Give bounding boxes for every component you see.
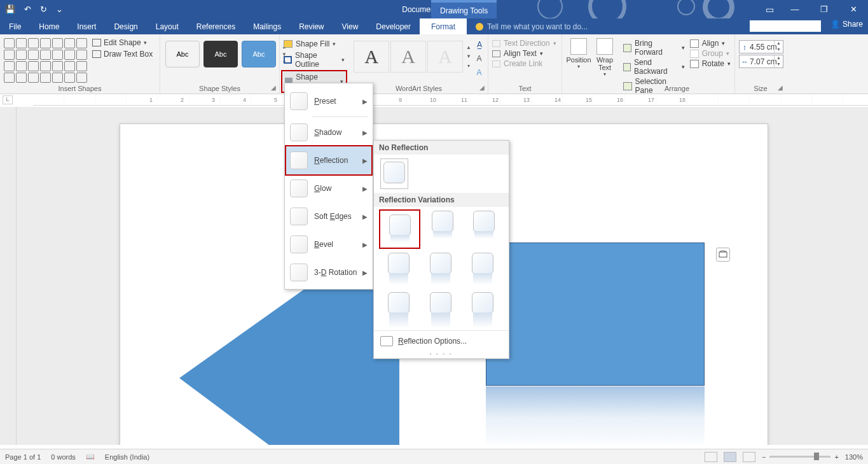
fx-glow[interactable]: Glow ▶ — [286, 174, 371, 202]
fx-preset[interactable]: Preset ▶ — [286, 86, 371, 115]
share-button[interactable]: 👤 Share — [830, 20, 863, 29]
window-controls: ▭ — ❐ ✕ — [759, 0, 868, 18]
fx-shadow[interactable]: Shadow ▶ — [286, 118, 371, 146]
align-text-button[interactable]: Align Text▾ — [491, 48, 544, 59]
edit-shape-button[interactable]: Edit Shape▾ — [92, 38, 153, 47]
reflection-variation-6[interactable] — [462, 250, 504, 290]
wordart-preset-3[interactable]: A — [427, 41, 463, 73]
tab-view[interactable]: View — [333, 18, 368, 34]
wordart-preset-2[interactable]: A — [390, 41, 426, 73]
bring-forward-button[interactable]: Bring Forward▾ — [622, 38, 686, 57]
tab-mailings[interactable]: Mailings — [244, 18, 290, 34]
close-button[interactable]: ✕ — [839, 4, 868, 14]
position-button[interactable]: Position ▾ — [565, 37, 593, 71]
shape-outline-button[interactable]: Shape Outline▾ — [281, 50, 347, 70]
wordart-scroll[interactable]: ▲▼▾ — [464, 41, 473, 73]
no-reflection-option[interactable] — [380, 158, 408, 189]
minimize-button[interactable]: — — [780, 4, 809, 14]
spinner[interactable]: ▲▼ — [774, 55, 783, 67]
tab-selector-icon[interactable]: L — [3, 95, 13, 104]
zoom-thumb[interactable] — [814, 453, 819, 460]
qat-more-icon[interactable]: ⌄ — [56, 4, 63, 14]
rectangle-reflection — [486, 386, 705, 445]
zoom-out-icon[interactable]: − — [762, 453, 766, 461]
reflection-variation-2[interactable] — [422, 208, 463, 248]
zoom-in-icon[interactable]: + — [834, 453, 838, 461]
text-effects-icon[interactable]: A — [474, 67, 484, 78]
dialog-launcher-icon[interactable]: ◢ — [270, 84, 277, 92]
title-decoration — [512, 0, 741, 18]
style-preset-3[interactable]: Abc — [242, 41, 276, 67]
wrap-text-button[interactable]: Wrap Text ▾ — [593, 37, 617, 78]
reflection-icon — [290, 151, 308, 169]
group-button[interactable]: Group▾ — [689, 48, 732, 59]
title-bar: 💾 ↶ ↻ ⌄ Document1 - Word Drawing Tools ▭… — [0, 0, 868, 18]
language-indicator[interactable]: English (India) — [105, 453, 149, 461]
vertical-ruler[interactable] — [0, 107, 17, 445]
create-link-button[interactable]: Create Link — [491, 59, 544, 69]
rectangle-shape[interactable] — [486, 243, 705, 386]
layout-options-button[interactable] — [716, 248, 730, 262]
dialog-launcher-icon[interactable]: ◢ — [478, 84, 486, 92]
tab-review[interactable]: Review — [290, 18, 333, 34]
wordart-preset-1[interactable]: A — [354, 41, 389, 73]
shape-style-gallery[interactable]: Abc Abc Abc ▲▼▾ — [163, 37, 289, 67]
zoom-slider[interactable]: − + — [762, 453, 839, 461]
restore-button[interactable]: ❐ — [809, 4, 839, 14]
tab-references[interactable]: References — [188, 18, 244, 34]
fx-soft-edges[interactable]: Soft Edges ▶ — [286, 202, 371, 230]
redo-icon[interactable]: ↻ — [40, 4, 47, 14]
tab-home[interactable]: Home — [30, 18, 68, 34]
tab-design[interactable]: Design — [105, 18, 146, 34]
reflection-variation-1[interactable] — [379, 209, 420, 249]
fx-reflection[interactable]: Reflection ▶ — [285, 145, 373, 176]
undo-icon[interactable]: ↶ — [24, 4, 31, 14]
reflection-options-button[interactable]: Reflection Options... — [374, 330, 509, 351]
read-mode-view-icon[interactable] — [705, 452, 717, 462]
tab-developer[interactable]: Developer — [367, 18, 420, 34]
print-layout-view-icon[interactable] — [724, 452, 736, 462]
wordart-gallery[interactable]: A A A ▲▼▾ — [352, 37, 473, 73]
ribbon-display-options-icon[interactable]: ▭ — [759, 4, 780, 15]
page-indicator[interactable]: Page 1 of 1 — [5, 453, 41, 461]
tab-layout[interactable]: Layout — [147, 18, 188, 34]
dialog-launcher-icon[interactable]: ◢ — [776, 84, 784, 92]
draw-text-box-button[interactable]: Draw Text Box — [92, 50, 153, 59]
web-layout-view-icon[interactable] — [743, 452, 755, 462]
reflection-variation-4[interactable] — [378, 250, 420, 290]
text-direction-button[interactable]: Text Direction▾ — [491, 38, 558, 48]
fx-bevel[interactable]: Bevel ▶ — [286, 230, 371, 258]
zoom-track[interactable] — [769, 456, 830, 458]
shape-height-input[interactable]: ↕ 4.55 cm ▲▼ — [739, 40, 783, 53]
horizontal-ruler[interactable]: 123456789101112131415161718 — [33, 95, 868, 106]
save-icon[interactable]: 💾 — [5, 4, 15, 14]
tab-format[interactable]: Format — [420, 18, 467, 34]
style-preset-2[interactable]: Abc — [203, 41, 238, 67]
align-button[interactable]: Align▾ — [689, 38, 732, 48]
send-backward-button[interactable]: Send Backward▾ — [622, 57, 686, 76]
reflection-variation-3[interactable] — [464, 208, 505, 248]
reflection-variation-9[interactable] — [462, 290, 504, 329]
shapes-gallery[interactable] — [3, 37, 88, 84]
zoom-level[interactable]: 130% — [845, 453, 863, 461]
reflection-variation-5[interactable] — [420, 250, 462, 290]
search-box[interactable] — [750, 20, 821, 32]
reflection-variation-8[interactable] — [420, 290, 462, 329]
reflection-variation-7[interactable] — [378, 290, 420, 329]
word-count[interactable]: 0 words — [51, 453, 76, 461]
spinner[interactable]: ▲▼ — [774, 41, 783, 53]
text-outline-icon[interactable]: A — [474, 53, 484, 64]
tell-me-search[interactable]: Tell me what you want to do... — [467, 18, 588, 34]
share-icon: 👤 — [830, 20, 840, 29]
tab-file[interactable]: File — [0, 18, 30, 34]
tab-insert[interactable]: Insert — [68, 18, 105, 34]
rotation-3d-icon — [290, 264, 308, 281]
shape-width-input[interactable]: ↔ 7.07 cm ▲▼ — [739, 55, 783, 68]
spellcheck-icon[interactable]: 📖 — [86, 453, 95, 461]
text-fill-icon[interactable]: A̲ — [474, 39, 484, 50]
style-preset-1[interactable]: Abc — [165, 41, 200, 67]
reflection-options-icon — [380, 336, 393, 346]
rotate-button[interactable]: Rotate▾ — [689, 59, 732, 69]
shape-fill-button[interactable]: Shape Fill▾ — [281, 38, 338, 50]
fx-3d-rotation[interactable]: 3-D Rotation ▶ — [286, 258, 371, 286]
